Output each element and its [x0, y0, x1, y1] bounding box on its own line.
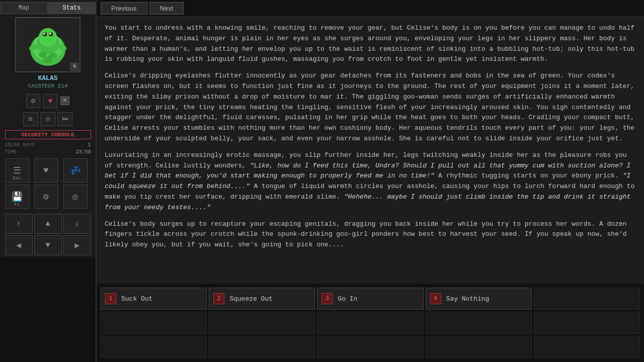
empty-choice [209, 312, 315, 334]
empty-choice [534, 336, 640, 358]
down-arrow-button[interactable]: ▼ [34, 235, 62, 255]
empty-choice [534, 288, 640, 310]
stats-button[interactable]: Stats [48, 2, 96, 14]
sidebar-nav-buttons: Map Stats [0, 2, 96, 14]
action-buttons-row1: ☰ Esc ♥ 💤 [5, 158, 91, 183]
time-section: SOLAR DAYS 1 [5, 142, 91, 148]
choice-4-label: Say Nothing [446, 295, 490, 303]
next-button[interactable]: Next [149, 2, 184, 15]
heart-button[interactable]: ♥ [34, 158, 58, 183]
empty-choice [101, 312, 207, 334]
solar-days-label: SOLAR DAYS [5, 142, 35, 148]
action-buttons-row2: 💾 F1 ⚙ ◎ [5, 185, 91, 209]
svg-point-4 [40, 28, 55, 43]
empty-choice [317, 312, 423, 334]
empty-choice [534, 312, 640, 334]
floppy-icon: 💾 [12, 191, 23, 202]
choice-2-num: 2 [213, 293, 224, 304]
tool-icons: ⊞ ⚙ 🛏 [23, 112, 72, 126]
medkit-icon: ⊞ [23, 112, 38, 126]
up-arrow-button[interactable]: ▲ [34, 214, 62, 234]
security-console-label: SECURITY CONSOLE [5, 130, 91, 139]
choice-2-button[interactable]: 2Squeeze Out [209, 288, 315, 310]
empty-choice [426, 312, 532, 334]
previous-button[interactable]: Previous [101, 2, 147, 15]
choice-2-label: Squeeze Out [229, 295, 273, 303]
choice-4-button[interactable]: 4Say Nothing [426, 288, 532, 310]
character-portrait: N [15, 17, 80, 72]
heart-icon: ♥ [43, 165, 49, 175]
m-badge: M [60, 97, 69, 105]
solar-days-value: 1 [88, 142, 91, 148]
character-name: KALAS [38, 74, 57, 83]
portrait-badge: N [70, 63, 78, 70]
right-arrow-button[interactable]: ▶ [63, 235, 91, 255]
sleep-button[interactable]: 💤 [63, 158, 88, 183]
paragraph-3: Luxuriating in an increasingly erotic ma… [105, 150, 636, 213]
paragraph-4: Celise's body surges up to recapture you… [105, 219, 636, 250]
f1-key-label: F1 [14, 202, 20, 207]
status-icons: ⚙ ♥ M [26, 94, 69, 108]
choice-1-label: Suck Out [121, 295, 152, 303]
scroll-down-button[interactable]: ⇓ [63, 214, 91, 234]
main-content: Previous Next You start to undress with … [97, 0, 644, 362]
esc-key-label: Esc [13, 176, 21, 181]
empty-choice [317, 336, 423, 358]
empty-choice [426, 336, 532, 358]
svg-point-8 [49, 33, 51, 35]
paragraph-1: You start to undress with a knowing smil… [105, 23, 636, 65]
empty-choice [101, 336, 207, 358]
left-arrow-button[interactable]: ◀ [5, 235, 33, 255]
choice-3-label: Go In [338, 295, 357, 303]
story-text: You start to undress with a knowing smil… [97, 17, 644, 284]
sleep-icon: 💤 [70, 165, 81, 176]
bed-icon: 🛏 [57, 112, 72, 126]
sidebar: Map Stats [0, 0, 97, 362]
choice-3-num: 3 [321, 293, 333, 304]
group-icon: ⚙ [43, 191, 49, 202]
menu-button[interactable]: ☰ Esc [5, 158, 29, 183]
choices-panel: 1Suck Out2Squeeze Out3Go In4Say Nothing [97, 284, 644, 362]
settings-icon: ⚙ [40, 112, 55, 126]
health-icon: ♥ [43, 94, 57, 108]
scroll-up-button[interactable]: ⇑ [5, 214, 33, 234]
choice-4-num: 4 [430, 293, 441, 304]
time-value: 23:59 [75, 149, 91, 155]
top-navigation: Previous Next [97, 0, 644, 17]
empty-choice [209, 336, 315, 358]
choice-1-button[interactable]: 1Suck Out [101, 288, 207, 310]
choice-3-button[interactable]: 3Go In [317, 288, 423, 310]
paragraph-3-mid: A rhythmic tugging starts on your ebony … [434, 172, 622, 179]
target-button[interactable]: ◎ [63, 185, 88, 209]
nav-arrows: ⇑ ▲ ⇓ ◀ ▼ ▶ [5, 214, 91, 255]
gear-icon: ⚙ [26, 94, 40, 108]
paragraph-2: Celise's dripping eyelashes flutter inno… [105, 71, 636, 144]
time-label: TIME [5, 149, 17, 155]
choice-1-num: 1 [105, 293, 116, 304]
svg-point-7 [43, 33, 45, 35]
svg-point-13 [43, 56, 53, 63]
menu-icon: ☰ [13, 165, 21, 176]
character-sprite [23, 20, 73, 70]
sidebar-top: Map Stats [0, 0, 96, 257]
map-button[interactable]: Map [0, 2, 48, 14]
character-subname: CASSTECH Z14 [28, 83, 67, 89]
target-icon: ◎ [72, 191, 78, 202]
save-button[interactable]: 💾 F1 [5, 185, 29, 209]
time-row: TIME 23:59 [5, 149, 91, 155]
group-button[interactable]: ⚙ [34, 185, 58, 209]
